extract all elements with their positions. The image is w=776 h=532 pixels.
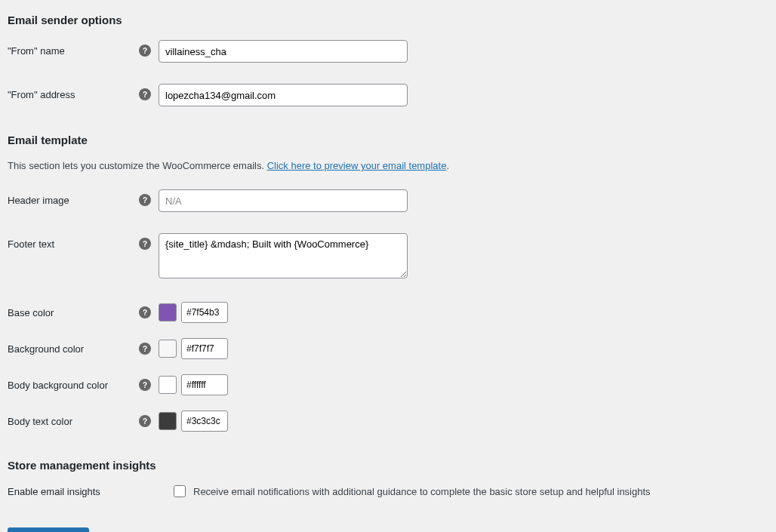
help-icon[interactable]: ?: [139, 306, 151, 318]
help-icon[interactable]: ?: [139, 415, 151, 427]
from-name-input[interactable]: [159, 40, 408, 63]
body-background-color-swatch[interactable]: [159, 376, 177, 394]
base-color-input[interactable]: [181, 302, 228, 323]
footer-text-input[interactable]: [159, 233, 408, 278]
body-text-color-input[interactable]: [181, 411, 228, 432]
body-background-color-label: Body background color: [8, 380, 108, 391]
help-icon[interactable]: ?: [139, 343, 151, 355]
enable-insights-checkbox[interactable]: [174, 485, 186, 497]
from-name-label: "From" name: [8, 45, 65, 57]
enable-insights-row: Enable email insights Receive email noti…: [8, 485, 768, 497]
body-background-color-input[interactable]: [181, 374, 228, 395]
template-description-prefix: This section lets you customize the WooC…: [8, 160, 267, 171]
from-name-row: "From" name ?: [8, 40, 768, 63]
background-color-label: Background color: [8, 343, 84, 355]
background-color-row: Background color ?: [8, 338, 768, 359]
footer-text-row: Footer text ?: [8, 233, 768, 281]
from-address-input[interactable]: [159, 84, 408, 106]
base-color-row: Base color ?: [8, 302, 768, 323]
header-image-input[interactable]: [159, 189, 408, 212]
help-icon[interactable]: ?: [139, 238, 151, 250]
save-changes-button[interactable]: Save changes: [8, 527, 89, 532]
body-text-color-row: Body text color ?: [8, 411, 768, 432]
section-heading-template: Email template: [8, 134, 768, 146]
from-address-row: "From" address ?: [8, 84, 768, 106]
enable-insights-description: Receive email notifications with additio…: [193, 486, 651, 497]
footer-text-label: Footer text: [8, 238, 54, 250]
body-text-color-label: Body text color: [8, 416, 72, 427]
base-color-label: Base color: [8, 307, 54, 318]
template-description-suffix: .: [446, 160, 449, 171]
section-heading-insights: Store management insights: [8, 459, 768, 472]
help-icon[interactable]: ?: [139, 379, 151, 391]
enable-insights-label: Enable email insights: [8, 486, 100, 497]
from-address-label: "From" address: [8, 89, 75, 100]
base-color-swatch[interactable]: [159, 303, 177, 321]
header-image-row: Header image ?: [8, 189, 768, 212]
help-icon[interactable]: ?: [139, 194, 151, 206]
help-icon[interactable]: ?: [139, 45, 151, 57]
background-color-input[interactable]: [181, 338, 228, 359]
header-image-label: Header image: [8, 195, 69, 206]
section-heading-sender: Email sender options: [8, 14, 768, 26]
preview-template-link[interactable]: Click here to preview your email templat…: [267, 160, 447, 171]
body-background-color-row: Body background color ?: [8, 374, 768, 395]
body-text-color-swatch[interactable]: [159, 412, 177, 430]
background-color-swatch[interactable]: [159, 340, 177, 358]
help-icon[interactable]: ?: [139, 88, 151, 100]
template-description: This section lets you customize the WooC…: [8, 160, 768, 171]
